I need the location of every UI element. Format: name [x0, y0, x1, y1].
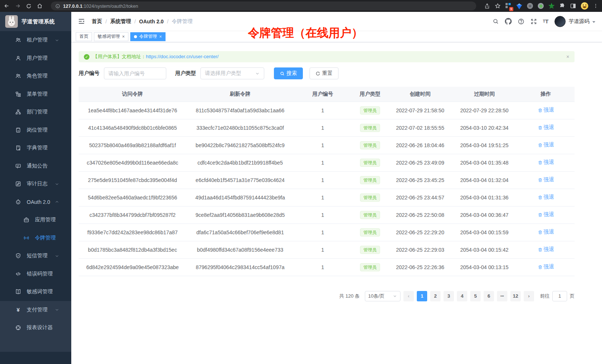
user-type-select[interactable]: 请选择用户类型: [200, 67, 264, 79]
refresh-token-cell: 9ce8ef2aa9f14056b831ae9b608e28d5: [186, 206, 294, 224]
profile-avatar[interactable]: [581, 2, 588, 10]
sidebar-item-oauth2-app[interactable]: 应用管理: [0, 211, 71, 229]
refresh-token-cell: 333ecfc71e02480cb11055c875c3ca0f: [186, 119, 294, 136]
action-cell: 强退: [517, 171, 575, 189]
table-row: 6d842e2924594de9a09e45e087323abe8796295f…: [79, 258, 575, 276]
browser-home-icon[interactable]: [37, 3, 43, 9]
sidebar-item-sensitive-word[interactable]: 敏感词管理: [0, 283, 71, 301]
close-tab-icon[interactable]: ×: [159, 34, 162, 39]
sidebar-logo-row[interactable]: 芋道管理系统: [0, 12, 71, 31]
force-logout-button[interactable]: 强退: [538, 176, 554, 183]
extension-circle-icon[interactable]: ⌘: [527, 3, 533, 9]
page-info-icon[interactable]: [55, 4, 60, 9]
breadcrumb-item[interactable]: 首页: [92, 18, 102, 25]
alert-close-icon[interactable]: ×: [566, 54, 569, 60]
created-time-cell: 2022-07-29 21:58:50: [389, 102, 452, 119]
font-size-icon[interactable]: TT: [543, 18, 549, 24]
sidebar-item-report[interactable]: 报表设计器: [0, 319, 71, 337]
force-logout-label: 强退: [544, 107, 554, 113]
sidebar-item-sms[interactable]: 短信管理: [0, 247, 71, 265]
user-type-cell: 管理员: [351, 258, 389, 276]
browser-forward-icon[interactable]: [15, 3, 21, 9]
alert-doc-link[interactable]: https://doc.iocoder.cn/user-center/: [146, 54, 219, 59]
page-button-3[interactable]: 3: [444, 291, 454, 301]
share-icon[interactable]: [484, 3, 490, 9]
next-page-button[interactable]: ›: [524, 291, 534, 301]
user-id-input[interactable]: [108, 70, 162, 76]
page-button-5[interactable]: 5: [470, 291, 481, 301]
reset-button[interactable]: 重置: [310, 67, 338, 79]
sidebar-item-role[interactable]: 角色管理: [0, 67, 71, 85]
sidebar-item-label: 敏感词管理: [27, 288, 65, 295]
access-token-cell: 6d842e2924594de9a09e45e087323abe: [79, 258, 186, 276]
force-logout-button[interactable]: 强退: [538, 264, 554, 270]
url-host: 127.0.0.1: [63, 4, 82, 9]
tab-首页[interactable]: 首页: [76, 32, 92, 41]
yen-icon: ¥: [15, 307, 22, 312]
extension-gem-icon[interactable]: [516, 5, 522, 9]
sidebar-item-user[interactable]: 用户管理: [0, 49, 71, 67]
extension-grid-icon[interactable]: 9: [506, 3, 511, 9]
search-button[interactable]: 搜索: [274, 67, 303, 79]
bookmark-star-icon[interactable]: [495, 3, 501, 9]
sidebar-item-label: 租户管理: [27, 37, 53, 43]
chevron-down-icon: [53, 307, 60, 312]
page-button-2[interactable]: 2: [430, 291, 441, 301]
force-logout-button[interactable]: 强退: [538, 159, 554, 166]
browser-menu-icon[interactable]: [593, 3, 598, 9]
sidebar-item-tenant[interactable]: 租户管理: [0, 31, 71, 49]
sidebar-item-dict[interactable]: 字典管理: [0, 139, 71, 157]
force-logout-button[interactable]: 强退: [538, 211, 554, 218]
user-id-input-wrap: [104, 67, 166, 79]
extension-star-icon[interactable]: [549, 3, 554, 9]
force-logout-button[interactable]: 强退: [538, 124, 554, 131]
annotation-text: 令牌管理（在线用户）: [248, 25, 363, 41]
force-logout-button[interactable]: 强退: [538, 229, 554, 235]
tab-令牌管理[interactable]: 令牌管理×: [130, 32, 166, 41]
breadcrumb-item[interactable]: OAuth 2.0: [139, 19, 164, 24]
page-button-12[interactable]: 12: [510, 291, 521, 301]
user-type-cell: 管理员: [351, 171, 389, 189]
more-pages-button[interactable]: •••: [497, 291, 507, 301]
force-logout-label: 强退: [544, 176, 554, 183]
sidebar-item-audit-log[interactable]: 审计日志: [0, 175, 71, 193]
breadcrumb-item[interactable]: 系统管理: [110, 18, 131, 25]
created-time-cell: 2022-06-25 22:29:03: [389, 241, 452, 258]
sidebar-item-pay[interactable]: ¥支付管理: [0, 301, 71, 319]
sidebar-item-menu[interactable]: 菜单管理: [0, 85, 71, 103]
extensions-puzzle-icon[interactable]: [559, 3, 565, 9]
force-logout-button[interactable]: 强退: [538, 246, 554, 253]
sidebar-item-dept[interactable]: 部门管理: [0, 103, 71, 121]
user-menu[interactable]: 芋道源码: [554, 16, 595, 27]
tab-敏感词管理[interactable]: 敏感词管理×: [94, 32, 128, 41]
chevron-up-icon: [53, 199, 60, 204]
page-button-6[interactable]: 6: [484, 291, 494, 301]
close-tab-icon[interactable]: ×: [122, 34, 125, 39]
extension-dot-icon[interactable]: [538, 3, 544, 9]
address-bar[interactable]: 127.0.0.1:1024/system/oauth2/token: [51, 1, 476, 10]
help-icon[interactable]: [518, 18, 524, 25]
sidebar-item-notice[interactable]: 通知公告: [0, 157, 71, 175]
browser-reload-icon[interactable]: [26, 3, 32, 9]
sidebar-item-oauth2-token[interactable]: 令牌管理: [0, 229, 71, 247]
prev-page-button[interactable]: ‹: [403, 291, 414, 301]
table-row: b0d1785bc3a8482f812db4a3f3bd15ecb0df4980…: [79, 241, 575, 258]
page-button-1[interactable]: 1: [417, 291, 427, 301]
user-type-tag: 管理员: [360, 124, 380, 132]
sidebar-item-error-code[interactable]: 错误码管理: [0, 265, 71, 283]
goto-page-input[interactable]: 1: [552, 291, 567, 301]
page-size-select[interactable]: 10条/页: [365, 291, 400, 301]
fullscreen-icon[interactable]: [530, 18, 537, 25]
force-logout-button[interactable]: 强退: [538, 107, 554, 113]
sidebar-item-post[interactable]: 岗位管理: [0, 121, 71, 139]
active-dot: [134, 35, 137, 38]
browser-back-icon[interactable]: [4, 3, 10, 9]
side-panel-icon[interactable]: [570, 3, 576, 9]
collapse-sidebar-icon[interactable]: [78, 18, 85, 25]
page-button-4[interactable]: 4: [457, 291, 467, 301]
search-icon[interactable]: [493, 18, 499, 24]
sidebar-item-oauth2[interactable]: OAuth 2.0: [0, 193, 71, 211]
github-icon[interactable]: [505, 18, 512, 25]
force-logout-button[interactable]: 强退: [538, 194, 554, 201]
force-logout-button[interactable]: 强退: [538, 142, 554, 148]
